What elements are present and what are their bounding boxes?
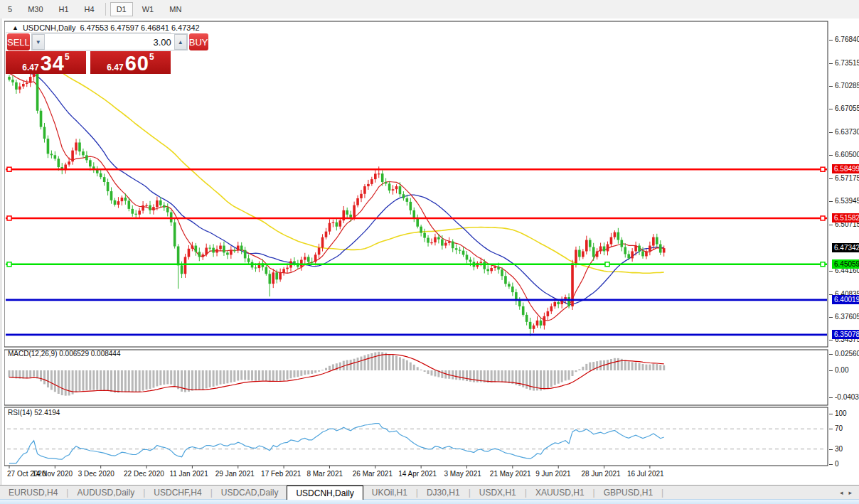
axis-label: 30: [835, 445, 843, 453]
axis-label: 100: [835, 409, 847, 417]
axis-tick: [829, 429, 833, 429]
chart-tab-usdchf[interactable]: USDCHF,H4: [145, 486, 210, 500]
axis-label: 6.47342: [832, 243, 859, 252]
axis-label: 6.57175: [835, 174, 859, 182]
axis-tick: [829, 86, 833, 87]
axis-tick: [829, 464, 833, 465]
chart-tabbar: EURUSD,H4|AUDUSD,Daily|USDCHF,H4|USDCAD,…: [0, 485, 859, 500]
trade-prices-row: 6.47 34 5 6.47 60 5: [6, 51, 171, 74]
sell-price-sup: 5: [65, 52, 70, 62]
date-axis-label: 28 Jun 2021: [582, 470, 621, 478]
date-axis-label: 14 Apr 2021: [398, 470, 437, 478]
buy-button[interactable]: BUY: [189, 33, 208, 50]
axis-label: 6.76840: [835, 36, 859, 43]
axis-label: 6.53945: [835, 197, 859, 205]
axis-label: 6.51582: [832, 213, 859, 222]
toolbar-separator: [105, 3, 106, 16]
axis-tick: [829, 40, 833, 41]
axis-tick: [829, 317, 833, 318]
buy-price-sup: 5: [149, 52, 154, 62]
date-axis-label: 26 Mar 2021: [353, 470, 393, 478]
axis-tick: [829, 370, 833, 371]
chart-tab-usdcad[interactable]: USDCAD,Daily: [213, 486, 287, 500]
axis-label: 0.00: [835, 366, 848, 374]
volume-decrease-button[interactable]: ▼: [32, 34, 45, 50]
price-axis: 6.768406.735156.702856.670556.637306.605…: [829, 18, 859, 485]
date-axis: 27 Oct 202014 Nov 20203 Dec 202022 Dec 2…: [4, 467, 829, 481]
axis-label: 0: [835, 460, 839, 468]
chart-tab-gbpusd[interactable]: GBPUSD,H1: [595, 486, 661, 500]
axis-label: 6.73515: [835, 59, 859, 67]
chart-ohlc-values: 6.47553 6.47597 6.46841 6.47342: [80, 23, 199, 32]
chart-ohlc-header: ▲ USDCNH,Daily 6.47553 6.47597 6.46841 6…: [9, 23, 203, 33]
timeframe-button-d1[interactable]: D1: [110, 2, 133, 16]
axis-label: 6.58499: [832, 164, 859, 173]
chart-tab-audusd[interactable]: AUDUSD,Daily: [68, 486, 143, 500]
date-axis-label: 21 May 2021: [490, 470, 531, 478]
tab-scroll-right-icon[interactable]: ▸: [848, 489, 852, 496]
chart-tab-eurusd[interactable]: EURUSD,H4: [0, 486, 66, 500]
tab-scroll-left-icon[interactable]: ◂: [840, 489, 843, 496]
rsi-indicator-label: RSI(14) 52.4194: [8, 409, 60, 417]
timeframe-button-h4[interactable]: H4: [78, 2, 101, 16]
axis-label: 70: [835, 424, 843, 432]
timeframe-button-h1[interactable]: H1: [53, 2, 75, 16]
volume-input[interactable]: [45, 34, 174, 50]
axis-label: 6.40019: [832, 295, 859, 304]
trade-controls-row: SELL ▼ ▲ BUY: [6, 32, 171, 51]
volume-increase-button[interactable]: ▲: [174, 34, 187, 50]
chart-symbol-label: USDCNH,Daily: [23, 23, 76, 32]
buy-price-big: 60: [125, 54, 149, 73]
date-axis-label: 8 Mar 2021: [306, 470, 343, 478]
chart-tab-usdcnh[interactable]: USDCNH,Daily: [287, 486, 363, 500]
axis-tick: [829, 178, 833, 179]
axis-label: -0.04038: [835, 393, 859, 401]
axis-tick: [829, 271, 833, 272]
axis-tick: [829, 354, 833, 355]
timeframe-button-mn[interactable]: MN: [163, 2, 188, 16]
axis-label: 6.63730: [835, 128, 859, 136]
axis-tick: [829, 132, 833, 133]
sell-price-box[interactable]: 6.47 34 5: [6, 51, 86, 74]
axis-tick: [829, 414, 833, 414]
axis-label: 6.67055: [835, 104, 859, 112]
axis-tick: [829, 63, 833, 64]
tab-separator: |: [661, 488, 663, 498]
axis-label: 6.70285: [835, 82, 859, 90]
timeframe-button-w1[interactable]: W1: [136, 2, 161, 16]
date-axis-label: 17 Feb 2021: [261, 470, 301, 478]
sell-price-big: 34: [41, 54, 65, 73]
collapse-panel-icon[interactable]: ▲: [12, 24, 18, 31]
chart-tab-ukoil[interactable]: UKOil,H1: [363, 486, 416, 500]
axis-tick: [829, 397, 833, 398]
axis-tick: [829, 201, 833, 202]
timeframe-toolbar: 5M30H1H4D1W1MN: [0, 0, 859, 19]
buy-price-box[interactable]: 6.47 60 5: [90, 51, 171, 74]
axis-label: 0.025609: [835, 350, 859, 358]
timeframe-button-m30[interactable]: M30: [21, 2, 49, 16]
date-axis-label: 3 May 2021: [444, 470, 481, 478]
axis-tick: [829, 225, 833, 225]
sell-button[interactable]: SELL: [7, 33, 30, 50]
chart-tab-xauusd[interactable]: XAUUSD,H1: [527, 486, 593, 500]
sell-price-prefix: 6.47: [22, 63, 38, 73]
date-axis-label: 16 Jul 2021: [627, 470, 664, 478]
axis-label: 6.37605: [835, 313, 859, 321]
date-axis-label: 3 Dec 2020: [78, 470, 114, 478]
chart-tab-usdx[interactable]: USDX,H1: [471, 486, 525, 500]
axis-label: 6.35078: [832, 330, 859, 339]
trading-app-window: 5M30H1H4D1W1MN ▲ USDCNH,Daily 6.47553 6.…: [0, 0, 859, 504]
axis-tick: [829, 109, 833, 109]
price-chart-canvas: [4, 20, 829, 471]
macd-indicator-label: MACD(12,26,9) 0.006529 0.008444: [8, 350, 120, 358]
chart-tab-dj30[interactable]: DJ30,H1: [418, 486, 469, 500]
axis-tick: [829, 449, 833, 450]
axis-tick: [829, 155, 833, 156]
axis-tick: [829, 340, 833, 341]
date-axis-label: 22 Dec 2020: [124, 470, 164, 478]
date-axis-label: 29 Jan 2021: [215, 470, 255, 478]
timeframe-button-5[interactable]: 5: [1, 2, 18, 16]
date-axis-label: 11 Jan 2021: [169, 470, 208, 478]
axis-label: 6.60500: [835, 151, 859, 159]
one-click-trade-panel: SELL ▼ ▲ BUY 6.47 34 5 6.47 60 5: [6, 32, 171, 74]
